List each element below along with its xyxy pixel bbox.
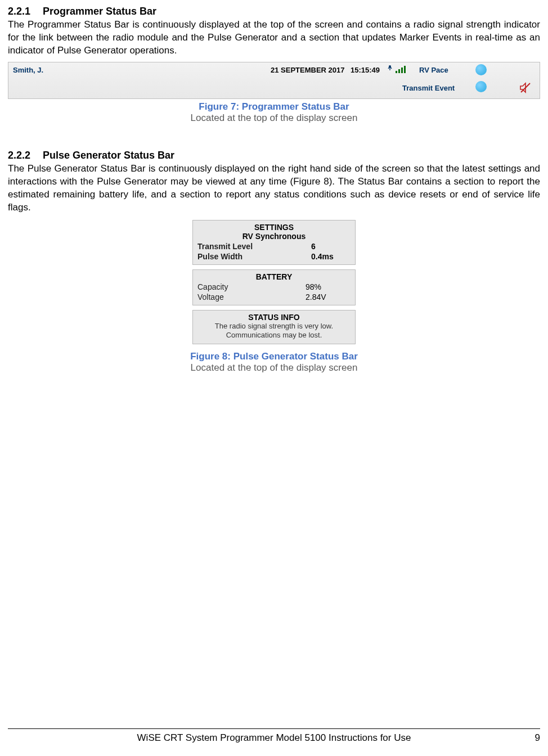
status-info-panel: STATUS INFO The radio signal strength is… [192, 310, 356, 345]
battery-panel: BATTERY Capacity 98% Voltage 2.84V [192, 269, 356, 305]
footer-spacer [8, 732, 30, 744]
pulse-width-value: 0.4ms [311, 252, 351, 261]
status-info-message: The radio signal strength is very low. C… [197, 322, 351, 341]
footer-text: WiSE CRT System Programmer Model 5100 In… [30, 732, 518, 744]
section-221-title: Programmer Status Bar [43, 6, 156, 17]
svg-rect-2 [398, 69, 400, 73]
footer-rule [8, 728, 540, 729]
figure-7: Smith, J. 21 SEPTEMBER 2017 15:15:49 RV … [8, 62, 540, 124]
capacity-label: Capacity [197, 282, 306, 291]
section-222-heading: 2.2.2 Pulse Generator Status Bar [8, 150, 540, 161]
section-221-number: 2.2.1 [8, 6, 43, 17]
svg-rect-3 [401, 68, 403, 73]
capacity-value: 98% [306, 282, 351, 291]
svg-rect-1 [396, 71, 397, 73]
figure-8-caption-sub: Located at the top of the display screen [191, 362, 358, 374]
section-222-paragraph: The Pulse Generator Status Bar is contin… [8, 163, 540, 214]
settings-title: SETTINGS [197, 223, 351, 232]
section-222-title: Pulse Generator Status Bar [43, 150, 174, 161]
status-date: 21 SEPTEMBER 2017 [271, 66, 345, 74]
transmit-level-value: 6 [311, 242, 351, 251]
figure-7-caption-sub: Located at the top of the display screen [8, 112, 540, 124]
svg-rect-4 [404, 66, 406, 73]
rv-pace-label: RV Pace [419, 66, 448, 74]
battery-title: BATTERY [197, 272, 351, 281]
figure-7-caption-title: Figure 7: Programmer Status Bar [8, 101, 540, 112]
section-221-paragraph: The Programmer Status Bar is continuousl… [8, 19, 540, 57]
patient-name: Smith, J. [13, 66, 43, 74]
signal-strength-icon [387, 64, 414, 75]
voltage-label: Voltage [197, 292, 306, 302]
status-info-title: STATUS INFO [197, 313, 351, 322]
rv-pace-indicator-icon [475, 64, 487, 75]
pulse-width-label: Pulse Width [197, 252, 311, 261]
programmer-status-bar: Smith, J. 21 SEPTEMBER 2017 15:15:49 RV … [8, 62, 540, 99]
figure-8: SETTINGS RV Synchronous Transmit Level 6… [8, 220, 540, 374]
section-221-heading: 2.2.1 Programmer Status Bar [8, 6, 540, 17]
transmit-event-label: Transmit Event [402, 84, 455, 92]
page-footer: WiSE CRT System Programmer Model 5100 In… [8, 728, 540, 744]
status-time: 15:15:49 [351, 66, 380, 74]
section-222-number: 2.2.2 [8, 150, 43, 161]
figure-8-caption-title: Figure 8: Pulse Generator Status Bar [190, 351, 358, 362]
voltage-value: 2.84V [306, 292, 351, 302]
transmit-event-indicator-icon [475, 81, 487, 92]
settings-panel: SETTINGS RV Synchronous Transmit Level 6… [192, 220, 356, 265]
transmit-level-label: Transmit Level [197, 242, 311, 251]
pulse-generator-status-bar: SETTINGS RV Synchronous Transmit Level 6… [192, 220, 356, 349]
page-number: 9 [518, 732, 540, 744]
settings-mode: RV Synchronous [197, 232, 351, 241]
speaker-muted-icon [519, 82, 532, 94]
